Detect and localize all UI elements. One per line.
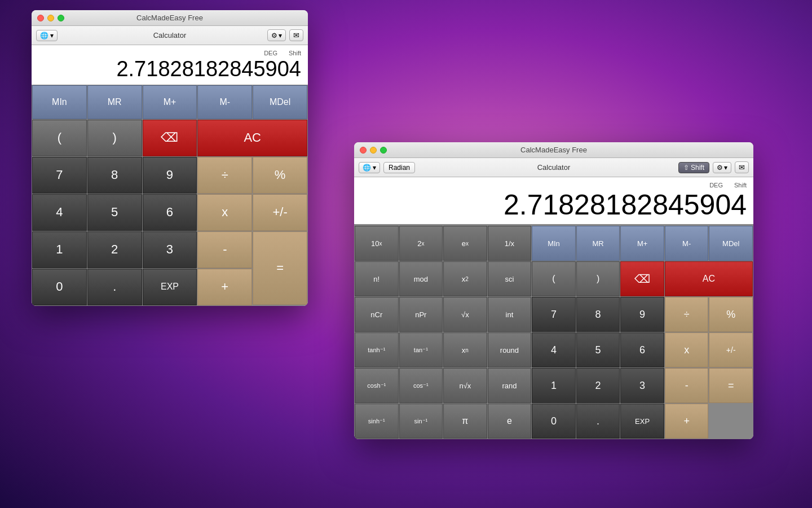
large-btn-dot[interactable]: . (576, 404, 620, 439)
large-btn-mr[interactable]: MR (576, 226, 620, 261)
large-btn-sci[interactable]: sci (488, 261, 532, 296)
small-btn-percent[interactable]: % (253, 157, 307, 194)
large-btn-ex[interactable]: ex (443, 226, 487, 261)
small-btn-min[interactable]: MIn (32, 85, 87, 119)
large-btn-lparen[interactable]: ( (532, 261, 576, 296)
small-btn-4[interactable]: 4 (32, 194, 87, 231)
large-btn-multiply[interactable]: x (665, 332, 709, 367)
large-btn-sinInv[interactable]: sin⁻¹ (399, 404, 443, 439)
large-btn-xsq[interactable]: x2 (443, 261, 487, 296)
large-display: DEG Shift 2.71828182845904 (354, 177, 753, 224)
large-shift-button[interactable]: ⇧ Shift (678, 162, 709, 173)
large-btn-plusminus[interactable]: +/- (709, 332, 753, 367)
small-btn-mdel[interactable]: MDel (253, 85, 307, 119)
large-btn-coshInv[interactable]: cosh⁻¹ (355, 368, 399, 403)
large-btn-2x[interactable]: 2x (399, 226, 443, 261)
large-btn-sqrtx[interactable]: √x (443, 297, 487, 332)
large-btn-percent[interactable]: % (709, 297, 753, 332)
large-btn-mminus[interactable]: M- (665, 226, 709, 261)
small-btn-plus[interactable]: + (197, 269, 252, 305)
large-btn-e[interactable]: e (488, 404, 532, 439)
small-button-grid: MIn MR M+ M- MDel ( ) ⌫ AC 7 8 9 ÷ % 4 5… (32, 85, 308, 306)
large-btn-1[interactable]: 1 (532, 368, 576, 403)
small-globe-button[interactable]: 🌐 ▾ (36, 30, 58, 41)
small-btn-3[interactable]: 3 (143, 231, 197, 268)
small-btn-6[interactable]: 6 (143, 194, 197, 231)
large-btn-10x[interactable]: 10x (355, 226, 399, 261)
large-btn-cosInv[interactable]: cos⁻¹ (399, 368, 443, 403)
large-btn-exp[interactable]: EXP (620, 404, 664, 439)
large-btn-nthroot[interactable]: n√x (443, 368, 487, 403)
large-btn-2[interactable]: 2 (576, 368, 620, 403)
large-btn-rand[interactable]: rand (488, 368, 532, 403)
small-close-button[interactable] (37, 15, 44, 21)
large-btn-backspace[interactable]: ⌫ (620, 261, 664, 296)
large-btn-3[interactable]: 3 (620, 368, 664, 403)
large-mail-button[interactable]: ✉ (735, 161, 749, 173)
large-btn-nfact[interactable]: n! (355, 261, 399, 296)
large-btn-equals[interactable]: = (709, 368, 753, 403)
large-deg-indicator: DEG (709, 182, 723, 189)
large-globe-button[interactable]: 🌐 ▾ (359, 162, 380, 173)
large-gear-button[interactable]: ⚙ ▾ (713, 162, 731, 173)
large-btn-4[interactable]: 4 (532, 332, 576, 367)
small-maximize-button[interactable] (58, 15, 64, 21)
large-btn-min[interactable]: MIn (532, 226, 576, 261)
large-btn-minus[interactable]: - (665, 368, 709, 403)
large-btn-npr[interactable]: nPr (399, 297, 443, 332)
large-gear-chevron: ▾ (724, 164, 727, 172)
large-btn-ncr[interactable]: nCr (355, 297, 399, 332)
small-btn-mplus[interactable]: M+ (143, 85, 197, 119)
large-btn-tanInv[interactable]: tan⁻¹ (399, 332, 443, 367)
large-btn-mod[interactable]: mod (399, 261, 443, 296)
large-radian-button[interactable]: Radian (383, 162, 415, 173)
large-btn-plus[interactable]: + (665, 404, 709, 439)
large-btn-int[interactable]: int (488, 297, 532, 332)
small-window-title: CalcMadeEasy Free (136, 14, 203, 22)
large-btn-5[interactable]: 5 (576, 332, 620, 367)
small-btn-lparen[interactable]: ( (32, 120, 87, 156)
large-btn-0[interactable]: 0 (532, 404, 576, 439)
small-btn-dot[interactable]: . (87, 269, 142, 305)
large-btn-rparen[interactable]: ) (576, 261, 620, 296)
large-btn-ac[interactable]: AC (665, 261, 753, 296)
large-btn-sinhInv[interactable]: sinh⁻¹ (355, 404, 399, 439)
large-btn-7[interactable]: 7 (532, 297, 576, 332)
large-close-button[interactable] (360, 147, 367, 154)
large-btn-8[interactable]: 8 (576, 297, 620, 332)
small-btn-7[interactable]: 7 (32, 157, 87, 194)
small-btn-1[interactable]: 1 (32, 231, 87, 268)
small-btn-minus[interactable]: - (197, 231, 252, 268)
small-btn-2[interactable]: 2 (87, 231, 142, 268)
large-minimize-button[interactable] (370, 147, 377, 154)
small-btn-mminus[interactable]: M- (197, 85, 252, 119)
small-minimize-button[interactable] (47, 15, 54, 21)
small-btn-equals[interactable]: = (253, 231, 307, 305)
large-btn-round[interactable]: round (488, 332, 532, 367)
small-btn-exp[interactable]: EXP (143, 269, 197, 305)
small-mail-button[interactable]: ✉ (289, 29, 303, 41)
large-btn-9[interactable]: 9 (620, 297, 664, 332)
small-btn-backspace[interactable]: ⌫ (143, 120, 197, 156)
small-btn-ac[interactable]: AC (197, 120, 307, 156)
small-btn-5[interactable]: 5 (87, 194, 142, 231)
large-btn-divide[interactable]: ÷ (665, 297, 709, 332)
small-btn-9[interactable]: 9 (143, 157, 197, 194)
large-btn-pi[interactable]: π (443, 404, 487, 439)
large-btn-mdel[interactable]: MDel (709, 226, 753, 261)
small-btn-mr[interactable]: MR (87, 85, 142, 119)
small-btn-multiply[interactable]: x (197, 194, 252, 231)
small-btn-0[interactable]: 0 (32, 269, 87, 305)
large-btn-1overx[interactable]: 1/x (488, 226, 532, 261)
small-btn-plusminus[interactable]: +/- (253, 194, 307, 231)
small-btn-rparen[interactable]: ) (87, 120, 142, 156)
large-display-value: 2.71828182845904 (361, 190, 747, 221)
small-gear-button[interactable]: ⚙ ▾ (267, 29, 286, 41)
large-btn-mplus[interactable]: M+ (620, 226, 664, 261)
large-btn-tanhInv[interactable]: tanh⁻¹ (355, 332, 399, 367)
large-btn-xn[interactable]: xn (443, 332, 487, 367)
small-btn-8[interactable]: 8 (87, 157, 142, 194)
large-maximize-button[interactable] (380, 147, 387, 154)
large-btn-6[interactable]: 6 (620, 332, 664, 367)
small-btn-divide[interactable]: ÷ (197, 157, 252, 194)
